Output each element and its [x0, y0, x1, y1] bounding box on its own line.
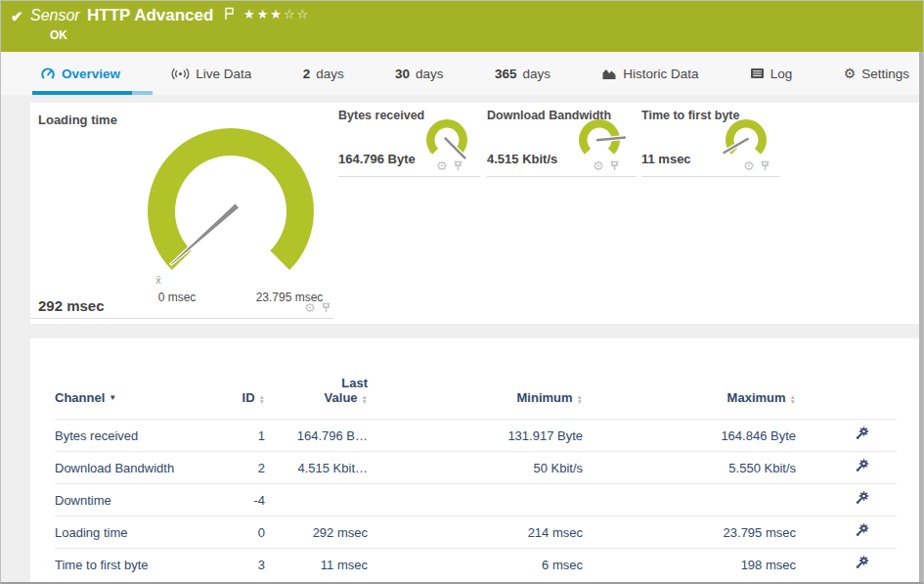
- maximum-value: 23.795 msec: [583, 517, 796, 549]
- minimum-value: 6 msec: [368, 549, 583, 581]
- gauge-value: 292 msec: [38, 297, 105, 314]
- stars-empty: ☆☆: [284, 7, 310, 22]
- maximum-value: 198 msec: [583, 549, 796, 581]
- pin-icon[interactable]: [453, 160, 463, 171]
- gauge-min-label: 0 msec: [123, 291, 231, 304]
- gauges-panel: Loading time x̄ 0 msec 23.795 msec 292 m…: [30, 103, 921, 324]
- gauge-tile-bytes-received: Bytes received 164.796 Byte ⚙: [338, 103, 480, 177]
- channel-id: 3: [211, 549, 265, 581]
- last-value: 164.796 B…: [265, 420, 368, 452]
- column-header-channel[interactable]: Channel▼: [55, 338, 211, 420]
- sort-icon: ▲▼: [577, 394, 583, 404]
- last-value: 4.515 Kbit…: [265, 452, 368, 484]
- column-header-actions: [796, 338, 897, 420]
- channel-name[interactable]: Download Bandwidth: [55, 452, 211, 484]
- tab-30-days[interactable]: 30 days: [395, 67, 444, 81]
- tab-label: Historic Data: [623, 67, 698, 81]
- gauge-icon: [40, 67, 56, 80]
- pin-icon[interactable]: [321, 302, 331, 313]
- tab-number: 30: [395, 67, 410, 81]
- object-kind-label: Sensor: [30, 7, 80, 24]
- active-tab-underline: [32, 91, 132, 95]
- column-header-last-value[interactable]: Last Value▲▼: [265, 338, 368, 420]
- tab-label: Settings: [861, 67, 909, 81]
- loading-time-gauge: x̄: [133, 118, 329, 304]
- table-header-row: Channel▼ ID▲▼ Last Value▲▼ Minimum▲▼ Max…: [55, 338, 897, 420]
- channel-name[interactable]: Bytes received: [55, 420, 211, 452]
- gauge-tile-loading-time: Loading time x̄ 0 msec 23.795 msec 292 m…: [30, 103, 333, 319]
- channel-settings-icon[interactable]: [854, 559, 869, 573]
- gauge-settings-icon[interactable]: ⚙: [743, 159, 755, 172]
- channel-id: 1: [211, 420, 265, 452]
- tab-label: Live Data: [196, 67, 251, 81]
- tab-live-data[interactable]: Live Data: [171, 67, 251, 81]
- channel-name[interactable]: Loading time: [55, 517, 211, 549]
- tab-historic-data[interactable]: Historic Data: [601, 67, 698, 81]
- column-header-id[interactable]: ID▲▼: [211, 338, 265, 420]
- gauge-settings-icon[interactable]: ⚙: [593, 159, 604, 172]
- tab-settings[interactable]: ⚙ Settings: [844, 67, 909, 81]
- channel-id: -4: [211, 484, 265, 517]
- table-row: Downtime -4: [55, 484, 897, 517]
- channel-table-panel: Channel▼ ID▲▼ Last Value▲▼ Minimum▲▼ Max…: [30, 338, 921, 583]
- tab-number: 2: [303, 67, 311, 81]
- gear-icon: ⚙: [844, 67, 857, 80]
- channel-name[interactable]: Downtime: [55, 484, 211, 517]
- maximum-value: 5.550 Kbit/s: [583, 452, 796, 484]
- minimum-value: 131.917 Byte: [368, 420, 583, 452]
- channel-id: 0: [211, 517, 265, 549]
- column-header-minimum[interactable]: Minimum▲▼: [368, 338, 583, 420]
- maximum-value: [583, 484, 796, 517]
- table-row: Bytes received 1 164.796 B… 131.917 Byte…: [55, 420, 897, 452]
- tab-overview[interactable]: Overview: [40, 67, 120, 81]
- prtg-sensor-window: ✔ Sensor HTTP Advanced ★★★☆☆ OK Overview: [0, 0, 924, 584]
- pin-icon[interactable]: [609, 160, 620, 171]
- sort-icon: ▲▼: [790, 394, 796, 404]
- pin-icon[interactable]: [760, 160, 770, 171]
- page-title: HTTP Advanced: [87, 6, 213, 25]
- maximum-value: 164.846 Byte: [583, 420, 796, 452]
- table-row: Download Bandwidth 2 4.515 Kbit… 50 Kbit…: [55, 452, 897, 484]
- average-marker: x̄: [155, 274, 161, 286]
- column-header-maximum[interactable]: Maximum▲▼: [583, 338, 796, 420]
- sort-desc-icon: ▼: [109, 393, 116, 402]
- last-value: 11 msec: [265, 549, 368, 581]
- table-row: Time to first byte 3 11 msec 6 msec 198 …: [55, 549, 897, 581]
- minimum-value: 214 msec: [368, 517, 583, 549]
- gauge-value: 4.515 Kbit/s: [487, 152, 557, 166]
- channel-settings-icon[interactable]: [854, 526, 869, 541]
- gauge-settings-icon[interactable]: ⚙: [304, 301, 316, 314]
- gauge-settings-icon[interactable]: ⚙: [436, 159, 448, 172]
- gauge-title: Loading time: [38, 112, 117, 127]
- stars-filled: ★★★: [243, 7, 284, 22]
- gauge-tile-time-to-first-byte: Time to first byte 11 msec ⚙: [641, 103, 780, 177]
- status-badge: OK: [50, 28, 67, 42]
- channel-table: Channel▼ ID▲▼ Last Value▲▼ Minimum▲▼ Max…: [55, 338, 897, 580]
- channel-settings-icon[interactable]: [854, 429, 869, 444]
- channel-settings-icon[interactable]: [854, 494, 869, 509]
- tab-2-days[interactable]: 2 days: [303, 67, 344, 81]
- tab-label: Overview: [62, 67, 120, 81]
- tab-label: days: [316, 67, 344, 81]
- scrollbar-track[interactable]: [919, 52, 923, 584]
- status-check-icon: ✔: [11, 8, 23, 25]
- tab-label: days: [416, 67, 444, 81]
- tab-label: Log: [770, 67, 793, 81]
- active-tab-underline-tail: [132, 91, 153, 95]
- minimum-value: [368, 484, 583, 517]
- priority-stars[interactable]: ★★★☆☆: [243, 7, 310, 22]
- last-value: 292 msec: [265, 517, 368, 549]
- tab-number: 365: [495, 67, 517, 81]
- channel-settings-icon[interactable]: [854, 462, 869, 476]
- tab-365-days[interactable]: 365 days: [495, 67, 550, 81]
- gauge-tile-download-bandwidth: Download Bandwidth 4.515 Kbit/s ⚙: [487, 103, 637, 177]
- priority-flag-icon[interactable]: [224, 7, 236, 24]
- chart-icon: [601, 67, 617, 80]
- last-value: [265, 484, 368, 517]
- minimum-value: 50 Kbit/s: [368, 452, 583, 484]
- sort-icon: ▲▼: [259, 394, 265, 404]
- channel-name[interactable]: Time to first byte: [55, 549, 211, 581]
- log-list-icon: [750, 67, 765, 79]
- gauge-value: 11 msec: [641, 152, 691, 166]
- tab-log[interactable]: Log: [750, 67, 793, 81]
